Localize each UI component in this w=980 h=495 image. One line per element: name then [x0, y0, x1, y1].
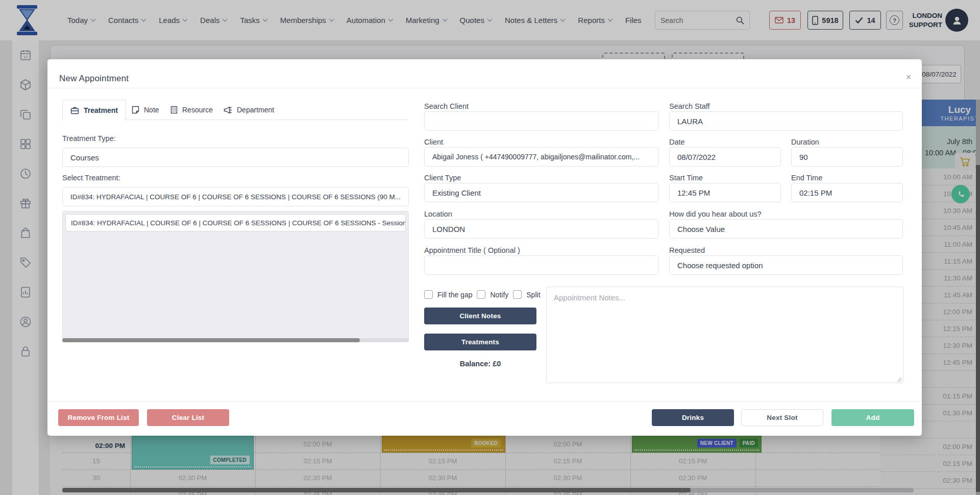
balance-text: Balance: £0: [424, 360, 536, 368]
note-icon: [132, 106, 139, 114]
appointment-notes-textarea[interactable]: [546, 287, 903, 383]
tab-note[interactable]: Note: [124, 100, 167, 120]
fill-the-gap-label: Fill the gap: [437, 291, 472, 299]
split-checkbox[interactable]: [513, 290, 522, 299]
end-time-input[interactable]: 02:15 PM: [791, 183, 903, 202]
add-button[interactable]: Add: [831, 409, 914, 426]
treatment-list-scrollbar[interactable]: [62, 338, 409, 342]
hear-about-label: How did you hear about us?: [669, 210, 762, 218]
megaphone-icon: [224, 106, 232, 114]
treatment-list: ID#834: HYDRAFACIAL | COURSE OF 6 | COUR…: [62, 211, 409, 342]
modal-header-divider: [47, 88, 922, 88]
duration-label: Duration: [791, 138, 819, 146]
location-label: Location: [424, 210, 452, 218]
briefcase-icon: [70, 106, 79, 114]
treatment-list-item[interactable]: ID#834: HYDRAFACIAL | COURSE OF 6 | COUR…: [65, 214, 406, 231]
treatment-list-scrollbar-thumb[interactable]: [62, 338, 360, 342]
client-label: Client: [424, 138, 443, 146]
search-client-label: Search Client: [424, 102, 469, 110]
tab-label: Treatment: [84, 106, 118, 114]
client-type-label: Client Type: [424, 174, 461, 182]
tab-treatment[interactable]: Treatment: [62, 100, 126, 121]
notify-checkbox[interactable]: [477, 290, 485, 299]
treatment-type-select[interactable]: Courses: [62, 148, 409, 167]
fill-the-gap-checkbox[interactable]: [424, 290, 433, 299]
location-select[interactable]: LONDON: [424, 219, 658, 239]
notify-label: Notify: [490, 291, 508, 299]
start-time-input[interactable]: 12:45 PM: [669, 183, 781, 202]
date-label: Date: [669, 138, 685, 146]
tab-label: Department: [237, 106, 274, 114]
client-type-select[interactable]: Existing Client: [424, 183, 658, 202]
requested-select[interactable]: Choose requested option: [669, 255, 903, 275]
options-row: Fill the gap Notify Split: [424, 290, 541, 299]
tab-resource[interactable]: Resource: [163, 100, 220, 120]
date-input[interactable]: 08/07/2022: [669, 147, 781, 167]
treatment-type-label: Treatment Type:: [62, 134, 116, 143]
select-treatment-label: Select Treatment:: [62, 174, 120, 182]
resize-handle-icon[interactable]: [896, 376, 902, 382]
next-slot-button[interactable]: Next Slot: [741, 409, 823, 426]
clear-list-button[interactable]: Clear List: [147, 409, 229, 426]
search-staff-label: Search Staff: [669, 102, 710, 110]
modal-footer-divider: [47, 401, 922, 402]
drinks-button[interactable]: Drinks: [652, 409, 734, 426]
search-staff-input[interactable]: LAURA: [669, 111, 903, 131]
building-icon: [170, 106, 178, 114]
client-notes-button[interactable]: Client Notes: [424, 308, 536, 324]
split-label: Split: [526, 291, 540, 299]
app-root: 08/07/2022 Lucy THERAPIST July 8th 10:00…: [0, 0, 980, 495]
close-icon[interactable]: ×: [901, 69, 916, 85]
new-appointment-modal: New Appointment × Treatment Note Resourc…: [47, 59, 922, 436]
tab-department[interactable]: Department: [216, 100, 282, 120]
modal-title: New Appointment: [59, 74, 129, 84]
treatment-dropdown[interactable]: ID#834: HYDRAFACIAL | COURSE OF 6 | COUR…: [62, 187, 409, 206]
tab-label: Note: [144, 106, 159, 114]
appointment-title-input[interactable]: [424, 255, 658, 275]
requested-label: Requested: [669, 246, 705, 254]
start-time-label: Start Time: [669, 174, 703, 182]
remove-from-list-button[interactable]: Remove From List: [58, 409, 139, 426]
duration-input[interactable]: 90: [791, 147, 903, 167]
end-time-label: End Time: [791, 174, 822, 182]
appointment-title-label: Appointment Title ( Optional ): [424, 246, 520, 254]
treatments-button[interactable]: Treatments: [424, 334, 536, 350]
tab-label: Resource: [182, 106, 213, 114]
search-client-input[interactable]: [424, 111, 658, 131]
hear-about-select[interactable]: Choose Value: [669, 219, 903, 239]
client-field[interactable]: Abigail Joness ( +447490009777, abigailj…: [424, 147, 658, 167]
